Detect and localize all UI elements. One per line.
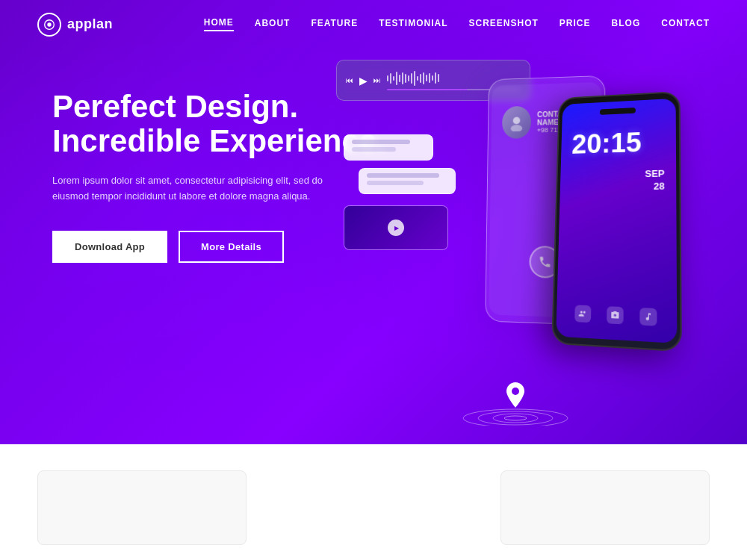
wave-bar <box>387 75 388 81</box>
phone-date: SEP 28 <box>645 168 665 193</box>
chat-line <box>352 140 410 144</box>
main-nav: HOME ABOUT FEATURE TESTIMONIAL SCREENSHO… <box>204 17 710 31</box>
location-area <box>456 366 575 426</box>
svg-point-1 <box>47 22 51 26</box>
chat-line <box>367 181 424 185</box>
contact-avatar <box>502 106 531 139</box>
main-phone: 20:15 SEP 28 <box>551 91 682 352</box>
svg-point-3 <box>511 125 523 131</box>
next-icon: ⏭ <box>374 76 381 84</box>
phone-bottom-bar <box>557 304 677 327</box>
chat-bubble-1 <box>344 134 433 161</box>
wave-bar <box>399 75 400 82</box>
brand-name: applan <box>67 16 113 32</box>
wave-bar <box>390 73 391 84</box>
phone-notch <box>600 108 636 115</box>
feature-card-1 <box>37 470 247 545</box>
wave-bar <box>405 74 406 83</box>
hero-section: applan HOME ABOUT FEATURE TESTIMONIAL SC… <box>0 0 747 444</box>
svg-point-6 <box>493 414 538 423</box>
wave-bar <box>408 75 409 81</box>
prev-icon: ⏮ <box>346 76 353 84</box>
header: applan HOME ABOUT FEATURE TESTIMONIAL SC… <box>0 0 747 49</box>
wave-bar <box>429 73 430 83</box>
wave-bar <box>426 75 427 81</box>
wave-bar <box>420 74 421 83</box>
download-button[interactable]: Download App <box>52 231 167 263</box>
video-thumbnail: ▶ <box>344 206 447 249</box>
logo-icon <box>37 13 61 37</box>
phone-day: 28 <box>645 180 665 193</box>
wave-bar <box>435 72 436 84</box>
svg-point-2 <box>513 116 521 124</box>
wave-bar <box>423 72 424 84</box>
features-section <box>0 444 747 560</box>
phone-icon-camera <box>607 306 624 324</box>
wave-bar <box>438 74 439 82</box>
hero-description: Lorem ipsum dolor sit amet, consectetur … <box>52 173 336 205</box>
play-icon: ▶ <box>394 225 399 231</box>
nav-testimonial[interactable]: TESTIMONIAL <box>379 18 447 31</box>
wave-bar <box>402 72 403 84</box>
music-controls: ⏮ ▶ ⏭ <box>346 75 381 87</box>
wave-bar <box>414 71 415 86</box>
location-pin <box>506 382 524 411</box>
play-icon: ▶ <box>359 75 368 87</box>
nav-price[interactable]: PRICE <box>560 18 591 31</box>
nav-about[interactable]: ABOUT <box>255 18 291 31</box>
svg-point-8 <box>512 388 519 395</box>
svg-point-7 <box>504 416 527 420</box>
nav-feature[interactable]: FEATURE <box>311 18 358 31</box>
wave-bar <box>411 73 412 84</box>
phone-icon-music <box>639 308 657 326</box>
more-details-button[interactable]: More Details <box>179 231 284 263</box>
phone-icon-people <box>575 305 592 323</box>
video-chat-card: ▶ <box>344 205 448 250</box>
nav-contact[interactable]: CONTACT <box>661 18 710 31</box>
chat-bubble-2 <box>359 168 456 194</box>
wave-bar <box>432 75 433 81</box>
chat-line <box>367 173 439 178</box>
phone-month: SEP <box>645 168 664 181</box>
chat-line <box>352 147 396 152</box>
nav-blog[interactable]: BLOG <box>612 18 641 31</box>
phone-time: 20:15 <box>571 128 642 158</box>
play-button[interactable]: ▶ <box>388 220 404 236</box>
wave-bar <box>393 76 394 81</box>
nav-screenshot[interactable]: SCREENSHOT <box>469 18 539 31</box>
phone-screen: 20:15 SEP 28 <box>556 99 677 343</box>
nav-home[interactable]: HOME <box>204 17 234 31</box>
feature-card-2 <box>500 470 710 545</box>
wave-bar <box>396 72 397 85</box>
logo[interactable]: applan <box>37 13 113 37</box>
phone-illustration: ⏮ ▶ ⏭ <box>336 30 725 444</box>
wave-bar <box>417 76 418 81</box>
